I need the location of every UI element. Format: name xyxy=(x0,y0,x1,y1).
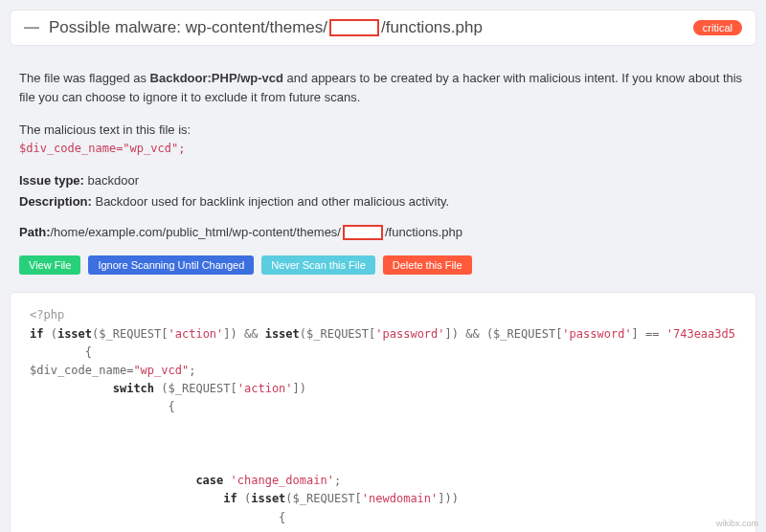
path-suffix: /functions.php xyxy=(385,223,462,242)
description-value: Backdoor used for backlink injection and… xyxy=(92,194,449,209)
watermark: wikibx.com xyxy=(716,519,758,528)
code-line: <?php xyxy=(30,308,64,321)
title-prefix: Possible malware: wp-content/themes/ xyxy=(49,18,327,37)
issue-card: — Possible malware: wp-content/themes/ /… xyxy=(10,10,756,46)
redacted-theme-name xyxy=(329,19,379,36)
delete-file-button[interactable]: Delete this File xyxy=(383,255,472,275)
path-prefix: /home/example.com/public_html/wp-content… xyxy=(51,223,341,242)
path-row: Path: /home/example.com/public_html/wp-c… xyxy=(19,223,747,242)
collapse-icon[interactable]: — xyxy=(24,19,39,36)
malicious-code-snippet: $div_code_name="wp_vcd"; xyxy=(19,140,747,158)
path-label: Path: xyxy=(19,223,51,242)
card-header: — Possible malware: wp-content/themes/ /… xyxy=(11,11,755,45)
malicious-text-block: The malicious text in this file is: $div… xyxy=(19,121,747,158)
issue-body: The file was flagged as Backdoor:PHP/wp-… xyxy=(0,55,766,292)
title-suffix: /functions.php xyxy=(381,18,483,37)
issue-type-label: Issue type: xyxy=(19,173,84,188)
severity-badge: critical xyxy=(693,20,742,35)
flagged-prefix: The file was flagged as xyxy=(19,71,150,85)
action-button-row: View File Ignore Scanning Until Changed … xyxy=(19,255,747,275)
flagged-description: The file was flagged as Backdoor:PHP/wp-… xyxy=(19,69,747,107)
code-preview-card: <?php if (isset($_REQUEST['action']) && … xyxy=(10,292,756,532)
backdoor-name: Backdoor:PHP/wp-vcd xyxy=(150,71,283,85)
issue-type-row: Issue type: backdoor xyxy=(19,171,747,190)
malicious-intro: The malicious text in this file is: xyxy=(19,121,747,140)
code-kw: if xyxy=(30,327,43,341)
ignore-scanning-button[interactable]: Ignore Scanning Until Changed xyxy=(88,255,254,275)
issue-type-value: backdoor xyxy=(84,173,139,188)
view-file-button[interactable]: View File xyxy=(19,255,80,275)
redacted-theme-path xyxy=(343,225,383,240)
never-scan-button[interactable]: Never Scan this File xyxy=(261,255,374,275)
description-label: Description: xyxy=(19,194,92,209)
code-block: <?php if (isset($_REQUEST['action']) && … xyxy=(30,306,736,532)
description-row: Description: Backdoor used for backlink … xyxy=(19,192,747,211)
issue-title: Possible malware: wp-content/themes/ /fu… xyxy=(49,18,693,37)
